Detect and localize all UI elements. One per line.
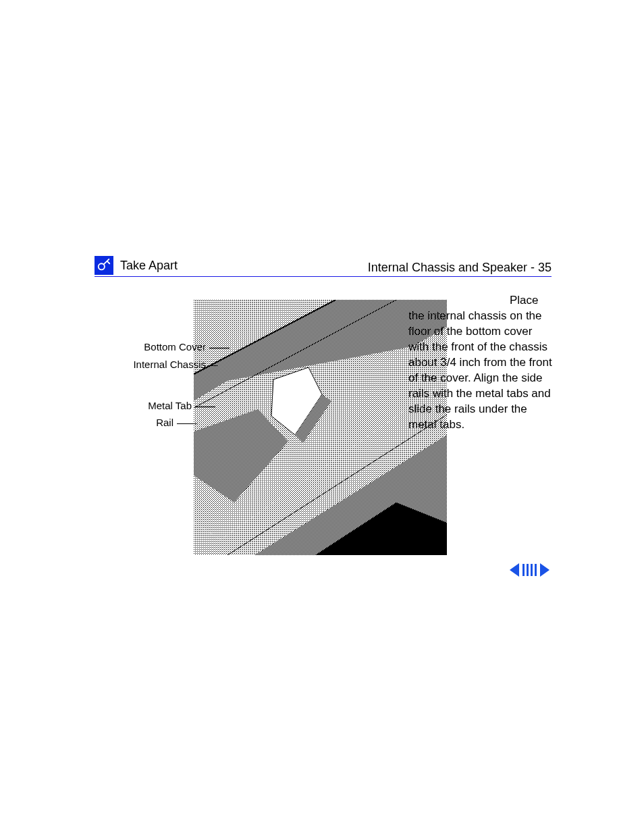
section-icon: [95, 256, 113, 275]
nav-index-icon[interactable]: [520, 564, 539, 576]
paragraph-text: the internal chassis on the floor of the…: [408, 309, 552, 431]
callout-label: Metal Tab: [148, 400, 192, 411]
callout-label: Bottom Cover: [144, 341, 206, 353]
lead-word: Place: [510, 293, 539, 309]
section-title-text: Take Apart: [120, 259, 178, 273]
callout-rail: Rail: [143, 417, 173, 428]
instruction-text: Place the internal chassis on the floor …: [408, 293, 554, 432]
page-navigation: [509, 563, 549, 577]
figure: Bottom Cover Internal Chassis Metal Tab …: [135, 295, 447, 565]
nav-next-icon[interactable]: [540, 563, 549, 577]
nav-prev-icon[interactable]: [510, 563, 519, 577]
document-page: Take Apart Internal Chassis and Speaker …: [0, 0, 644, 834]
page-breadcrumb: Internal Chassis and Speaker - 35: [368, 261, 552, 275]
callout-metal-tab: Metal Tab: [117, 400, 192, 411]
callout-internal-chassis: Internal Chassis: [105, 359, 206, 370]
callout-label: Rail: [156, 417, 173, 428]
page-header: Take Apart Internal Chassis and Speaker …: [95, 256, 552, 277]
callout-bottom-cover: Bottom Cover: [105, 341, 206, 353]
callout-label: Internal Chassis: [133, 359, 206, 370]
